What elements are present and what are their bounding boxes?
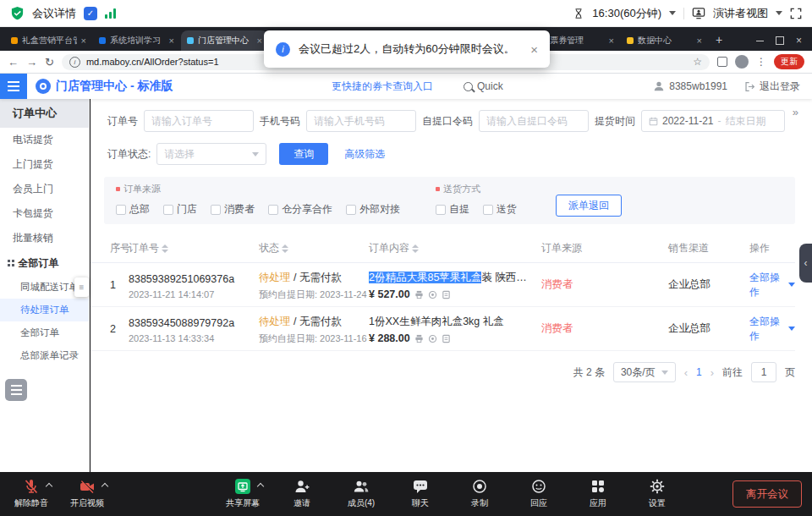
row-actions-dropdown[interactable]: 全部操作 <box>749 315 795 343</box>
qrcode-icon[interactable] <box>428 290 437 299</box>
network-signal-icon[interactable] <box>105 8 116 19</box>
sidebar-item-phone-pickup[interactable]: 电话提货 <box>0 128 89 152</box>
note-icon[interactable] <box>442 334 451 343</box>
tab-close-icon[interactable]: × <box>697 36 702 46</box>
search-button[interactable]: 查询 <box>279 143 328 165</box>
row-actions-dropdown[interactable]: 全部操作 <box>749 271 795 299</box>
logout-button[interactable]: 退出登录 <box>744 80 800 94</box>
sort-icons[interactable] <box>162 244 168 253</box>
members-button[interactable]: 成员(4) <box>340 477 382 509</box>
toast-close-icon[interactable]: × <box>530 42 538 57</box>
qrcode-icon[interactable] <box>428 334 437 343</box>
reaction-button[interactable]: 回应 <box>518 477 560 509</box>
bookmark-star-icon[interactable]: ☆ <box>693 56 702 68</box>
print-icon[interactable] <box>414 290 424 299</box>
checkbox-warehouse-share[interactable]: 仓分享合作 <box>268 202 332 217</box>
col-content[interactable]: 订单内容 <box>369 241 541 255</box>
order-no-input[interactable] <box>144 110 254 132</box>
table-row[interactable]: 2 83859345088979792a2023-11-13 14:33:34 … <box>91 307 795 351</box>
back-icon[interactable]: ← <box>8 57 19 68</box>
browser-tab[interactable]: 礼盒营销平台管理中心 × <box>5 30 92 51</box>
record-button[interactable]: 录制 <box>458 477 501 509</box>
dispatch-return-button[interactable]: 派单退回 <box>556 195 622 217</box>
sidebar-section-order-center[interactable]: 订单中心 <box>0 99 89 128</box>
coupon-query-link[interactable]: 更快捷的券卡查询入口 <box>332 80 433 94</box>
browser-update-button[interactable]: 更新 <box>774 54 804 69</box>
view-mode-caret-icon[interactable] <box>776 11 782 15</box>
start-video-button[interactable]: 开启视频 <box>66 477 108 509</box>
timer-caret-icon[interactable] <box>669 11 676 15</box>
leave-meeting-button[interactable]: 离开会议 <box>732 480 802 508</box>
page-drag-handle[interactable]: ≡ <box>74 277 89 297</box>
meeting-timer[interactable]: 16:30(60分钟) <box>592 6 661 21</box>
share-options-caret[interactable] <box>257 483 264 490</box>
checkbox-store[interactable]: 门店 <box>163 202 197 217</box>
checkbox-external[interactable]: 外部对接 <box>346 202 400 217</box>
meeting-detail-label[interactable]: 会议详情 <box>32 6 76 21</box>
window-maximize-icon[interactable] <box>776 36 784 45</box>
sort-icons[interactable] <box>282 244 288 253</box>
window-close-icon[interactable]: × <box>796 36 802 46</box>
sidebar-item-member-visit[interactable]: 会员上门 <box>0 177 89 201</box>
side-panel-handle[interactable]: ‹ <box>799 244 812 283</box>
end-date-placeholder[interactable]: 结束日期 <box>726 114 766 129</box>
goto-page-input[interactable] <box>751 362 776 382</box>
window-minimize-icon[interactable] <box>756 41 764 41</box>
view-mode-label[interactable]: 演讲者视图 <box>713 6 768 21</box>
settings-button[interactable]: 设置 <box>636 477 678 509</box>
fullscreen-icon[interactable] <box>790 8 802 19</box>
sidebar-item-door-pickup[interactable]: 上门提货 <box>0 152 89 177</box>
browser-menu-icon[interactable]: ⋮ <box>756 56 766 68</box>
next-page-icon[interactable]: › <box>710 366 714 379</box>
chat-button[interactable]: 聊天 <box>399 477 442 509</box>
new-tab-icon[interactable]: + <box>716 33 722 47</box>
tab-close-icon[interactable]: × <box>257 36 262 46</box>
prev-page-icon[interactable]: ‹ <box>684 366 688 379</box>
page-size-select[interactable]: 30条/页 <box>613 362 676 382</box>
checkbox-self-pickup[interactable]: 自提 <box>436 202 469 217</box>
share-screen-button[interactable]: 共享屏幕 <box>222 477 264 509</box>
apps-button[interactable]: 应用 <box>577 477 619 509</box>
quick-search[interactable]: Quick <box>464 80 503 92</box>
col-status[interactable]: 状态 <box>259 241 369 255</box>
note-icon[interactable] <box>442 290 451 299</box>
sidebar-group-all-orders[interactable]: 全部订单 <box>0 250 89 276</box>
video-options-caret[interactable] <box>102 483 108 490</box>
advanced-filter-link[interactable]: 高级筛选 <box>344 147 385 162</box>
browser-tab[interactable]: 数据中心 × <box>621 30 708 51</box>
print-icon[interactable] <box>414 334 424 343</box>
filter-collapse-icon[interactable]: » <box>793 106 798 118</box>
invite-button[interactable]: 邀请 <box>281 477 323 509</box>
checkbox-hq[interactable]: 总部 <box>116 202 150 217</box>
pickup-date-range[interactable]: 2022-11-21 - 结束日期 <box>641 110 785 132</box>
browser-profile-avatar[interactable] <box>735 55 749 69</box>
extensions-icon[interactable] <box>717 57 727 67</box>
table-row[interactable]: 1 83859389251069376a2023-11-21 14:14:07 … <box>91 263 795 307</box>
current-page[interactable]: 1 <box>696 366 702 378</box>
pickup-code-input[interactable] <box>479 110 589 132</box>
browser-tab[interactable]: 系统培训学习 × <box>93 30 180 51</box>
annotation-toolbar-button[interactable] <box>5 379 27 401</box>
sidebar-item-all-orders[interactable]: 全部订单 <box>0 321 89 344</box>
site-info-icon[interactable]: i <box>69 57 80 68</box>
sidebar-item-card-pickup[interactable]: 卡包提货 <box>0 201 89 226</box>
mute-options-caret[interactable] <box>46 483 52 490</box>
hamburger-menu-icon[interactable] <box>0 74 27 99</box>
checkbox-consumer[interactable]: 消费者 <box>211 202 255 217</box>
sort-icons[interactable] <box>412 244 419 253</box>
security-check-icon[interactable]: ✓ <box>84 7 97 20</box>
checkbox-delivery[interactable]: 送货 <box>483 202 517 217</box>
browser-tab-active[interactable]: 门店管理中心 × <box>181 30 268 51</box>
sidebar-item-batch-verify[interactable]: 批量核销 <box>0 226 89 250</box>
reload-icon[interactable]: ↻ <box>45 57 54 68</box>
order-status-select[interactable]: 请选择 <box>156 143 266 165</box>
start-date-value[interactable]: 2022-11-21 <box>662 115 714 127</box>
unmute-button[interactable]: 解除静音 <box>10 477 52 509</box>
tab-close-icon[interactable]: × <box>81 36 86 46</box>
user-account[interactable]: 8385wb1991 <box>653 80 727 92</box>
sidebar-item-hq-dispatch-records[interactable]: 总部派单记录 <box>0 344 89 367</box>
col-order-no[interactable]: 订单号 <box>129 241 259 255</box>
tab-close-icon[interactable]: × <box>609 36 614 46</box>
tab-close-icon[interactable]: × <box>169 36 174 46</box>
forward-icon[interactable]: → <box>26 57 37 68</box>
